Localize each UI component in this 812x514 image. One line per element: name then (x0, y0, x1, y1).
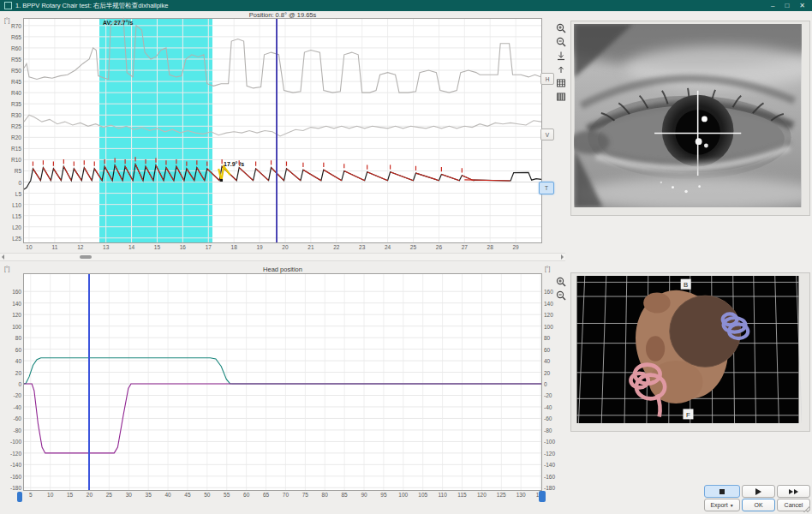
zoom-out-icon (556, 290, 566, 301)
head-time-cursor[interactable] (88, 274, 90, 490)
x-tick-label: 19 (250, 244, 269, 250)
play-button[interactable] (742, 485, 775, 498)
position-chart-scrollbar[interactable] (0, 253, 565, 261)
x-tick-label: 17 (199, 244, 218, 250)
y-tick-label: 20 (544, 370, 564, 376)
x-tick-label: 15 (147, 244, 166, 250)
play-icon (755, 488, 761, 495)
zoom-out-button[interactable] (555, 36, 566, 47)
scroll-right-icon[interactable] (561, 254, 564, 260)
minimize-button[interactable]: – (771, 0, 774, 11)
y-tick-label: R45 (1, 79, 21, 85)
x-tick-label: 24 (379, 244, 397, 250)
position-time-cursor[interactable] (276, 19, 278, 242)
y-tick-label: R50 (1, 68, 21, 74)
y-tick-label: 80 (544, 335, 564, 341)
torsional-channel-button[interactable]: T (539, 182, 554, 194)
y-tick-label: R60 (1, 45, 21, 51)
x-tick-label: 28 (481, 244, 499, 250)
y-tick-label: -20 (544, 392, 564, 398)
y-tick-label: -120 (1, 451, 21, 457)
y-tick-label: 120 (544, 312, 564, 318)
fit-height-button[interactable] (555, 50, 566, 61)
eye-video-panel (570, 21, 810, 216)
y-tick-label: 120 (1, 312, 21, 318)
y-tick-label: L15 (1, 213, 21, 219)
x-tick-label: 12 (71, 244, 90, 250)
x-tick-label: 40 (158, 492, 177, 498)
y-tick-label: -100 (544, 439, 564, 445)
x-tick-label: 130 (511, 492, 530, 498)
y-tick-label: 100 (544, 324, 564, 330)
y-tick-label: R5 (1, 168, 21, 174)
y-tick-label: -60 (1, 415, 21, 421)
x-tick-label: 20 (276, 244, 295, 250)
table-dense-button[interactable] (555, 91, 566, 102)
maximize-button[interactable]: □ (785, 0, 789, 11)
y-tick-label: 60 (544, 347, 564, 353)
y-tick-label: 160 (1, 289, 21, 295)
table-icon (556, 78, 566, 88)
stop-icon (719, 489, 725, 494)
head-3d-panel[interactable]: B F (570, 272, 810, 432)
head-zoom-out-button[interactable] (555, 290, 566, 301)
x-tick-label: 27 (455, 244, 474, 250)
selection-region[interactable] (99, 19, 212, 242)
range-start-handle[interactable] (17, 492, 22, 502)
x-tick-label: 13 (97, 244, 116, 250)
application-window: 1. BPPV Rotary Chair test: 右后半规管检查dixhal… (0, 0, 812, 514)
move-up-button[interactable] (555, 63, 566, 75)
export-label: Export (710, 502, 727, 508)
x-tick-label: 10 (20, 244, 39, 250)
horizontal-channel-button[interactable]: H (540, 73, 554, 85)
x-tick-label: 25 (99, 492, 118, 498)
move-up-icon (556, 64, 566, 75)
x-tick-label: 20 (80, 492, 99, 498)
head-plot-area[interactable] (23, 273, 542, 491)
titlebar: 1. BPPV Rotary Chair test: 右后半规管检查dixhal… (0, 0, 812, 11)
close-button[interactable]: ✕ (799, 0, 805, 11)
y-tick-label: R20 (1, 134, 21, 140)
y-tick-label: R65 (1, 34, 21, 40)
y-tick-label: 140 (1, 301, 21, 307)
y-tick-label: -160 (544, 474, 564, 480)
x-tick-label: 21 (302, 244, 320, 250)
head-zoom-in-button[interactable] (555, 276, 566, 287)
vertical-channel-button[interactable]: V (540, 128, 554, 140)
head-unit-label-right: [°] (545, 266, 550, 272)
export-button[interactable]: Export ▼ (704, 499, 740, 511)
x-tick-label: 35 (139, 492, 158, 498)
y-tick-label: -140 (1, 462, 21, 468)
scroll-left-icon[interactable] (2, 254, 4, 260)
y-tick-label: L25 (1, 236, 21, 242)
x-tick-label: 25 (403, 244, 422, 250)
resize-grip[interactable] (803, 505, 810, 512)
y-tick-label: R70 (1, 23, 21, 29)
stop-button[interactable] (704, 485, 740, 498)
position-unit-label: [°] (4, 17, 9, 23)
app-icon (4, 2, 12, 9)
range-end-handle[interactable] (539, 491, 546, 502)
back-label: B (681, 279, 691, 290)
x-tick-label: 14 (122, 244, 141, 250)
y-tick-label: -180 (544, 485, 564, 491)
x-tick-label: 50 (198, 492, 217, 498)
y-tick-label: R35 (1, 101, 21, 107)
head-unit-label-left: [°] (4, 266, 9, 272)
x-tick-label: 110 (433, 492, 452, 498)
x-tick-label: 120 (472, 492, 491, 498)
y-tick-label: -100 (1, 439, 21, 445)
table-button[interactable] (555, 77, 566, 88)
zoom-in-icon (556, 277, 566, 287)
x-tick-label: 22 (327, 244, 346, 250)
fast-forward-button[interactable] (777, 485, 810, 498)
y-tick-label: R40 (1, 90, 21, 96)
x-tick-label: 55 (218, 492, 236, 498)
svg-text:B: B (684, 281, 688, 289)
zoom-in-button[interactable] (555, 22, 566, 33)
scrollbar-thumb[interactable] (80, 255, 92, 259)
ok-button[interactable]: OK (742, 499, 775, 511)
fit-height-icon (556, 51, 566, 61)
y-tick-label: -40 (544, 404, 564, 410)
y-tick-label: -160 (1, 474, 21, 480)
